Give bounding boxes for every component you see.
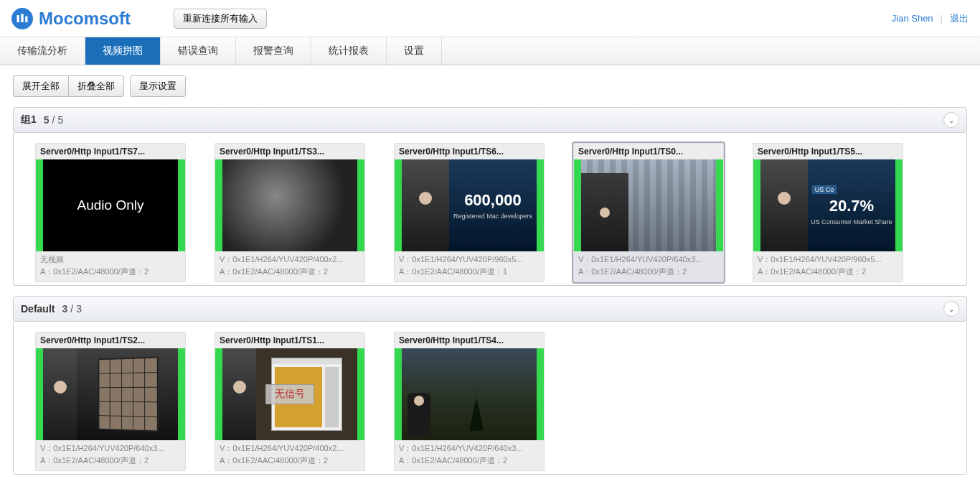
tile-preview[interactable]: 600,000Registered Mac developers [395,159,544,251]
audio-info-line: A：0x1E2/AAC/48000/声道：2 [758,266,898,278]
group-header[interactable]: Default3/3⌄ [13,296,967,322]
video-tile[interactable]: Server0/Http Input1/TS2...V：0x1E1/H264/Y… [35,332,186,471]
audio-info-line: A：0x1E2/AAC/48000/声道：2 [399,455,540,467]
video-info-line: V：0x1E1/H264/YUV420P/640x3... [399,442,540,455]
nav-tab[interactable]: 报警查询 [236,37,311,65]
tile-info: V：0x1E1/H264/YUV420P/960x5...A：0x1E2/AAC… [753,251,903,282]
audio-info-line: A：0x1E2/AAC/48000/声道：2 [40,455,181,467]
nav-tab[interactable]: 设置 [387,37,442,65]
tile-title: Server0/Http Input1/TS3... [215,144,364,159]
tile-preview[interactable] [215,159,364,251]
display-settings-button[interactable]: 显示设置 [130,75,186,97]
collapse-all-button[interactable]: 折叠全部 [68,75,124,97]
tile-info: 无视频A：0x1E2/AAC/48000/声道：2 [36,251,185,282]
video-group: 组15/5⌄Server0/Http Input1/TS7...Audio On… [13,107,967,286]
logo-icon [11,8,33,29]
video-group: Default3/3⌄Server0/Http Input1/TS2...V：0… [13,296,967,475]
audio-info-line: A：0x1E2/AAC/48000/声道：2 [578,266,719,278]
tile-info: V：0x1E1/H264/YUV420P/400x2...A：0x1E2/AAC… [215,440,364,470]
video-tile[interactable]: Server0/Http Input1/TS4...V：0x1E1/H264/Y… [394,332,545,471]
svg-rect-1 [21,14,23,22]
tile-info: V：0x1E1/H264/YUV420P/640x3...A：0x1E2/AAC… [36,440,185,470]
tile-preview[interactable]: 无信号 [215,348,364,440]
tile-title: Server0/Http Input1/TS2... [36,332,185,348]
group-title: Default [21,303,55,315]
toolbar: 展开全部 折叠全部 显示设置 [0,65,980,107]
tile-title: Server0/Http Input1/TS0... [574,144,723,159]
video-info-line: V：0x1E1/H264/YUV420P/960x5... [399,254,540,266]
reconnect-all-button[interactable]: 重新连接所有输入 [174,9,267,29]
tile-info: V：0x1E1/H264/YUV420P/960x5...A：0x1E2/AAC… [395,251,544,282]
audio-info-line: A：0x1E2/AAC/48000/声道：2 [220,455,360,467]
tile-preview[interactable] [574,159,723,251]
video-tile[interactable]: Server0/Http Input1/TS6...600,000Registe… [394,143,545,282]
app-header: Mocomsoft 重新连接所有输入 Jian Shen | 退出 [0,0,980,37]
tile-title: Server0/Http Input1/TS4... [395,332,544,348]
video-tile[interactable]: Server0/Http Input1/TS7...Audio Only无视频A… [35,143,186,282]
logo: Mocomsoft [11,8,131,29]
nav-tab[interactable]: 传输流分析 [0,37,85,65]
logout-link[interactable]: 退出 [950,12,969,25]
svg-rect-0 [17,15,19,22]
brand-name: Mocomsoft [39,9,131,29]
audio-info-line: A：0x1E2/AAC/48000/声道：2 [40,266,181,278]
groups-container: 组15/5⌄Server0/Http Input1/TS7...Audio On… [0,107,980,475]
video-info-line: V：0x1E1/H264/YUV420P/640x3... [40,442,181,455]
chevron-down-icon[interactable]: ⌄ [943,301,959,317]
no-signal-badge: 无信号 [265,384,314,404]
tile-title: Server0/Http Input1/TS7... [36,144,185,159]
group-count: 3/3 [62,303,81,315]
nav-tab[interactable]: 统计报表 [311,37,387,65]
chevron-down-icon[interactable]: ⌄ [943,112,959,128]
video-tile[interactable]: Server0/Http Input1/TS0...V：0x1E1/H264/Y… [573,143,724,282]
tile-info: V：0x1E1/H264/YUV420P/400x2...A：0x1E2/AAC… [215,251,364,282]
video-info-line: V：0x1E1/H264/YUV420P/400x2... [220,254,360,266]
nav-tab[interactable]: 错误查询 [161,37,236,65]
svg-rect-2 [25,16,27,22]
tile-info: V：0x1E1/H264/YUV420P/640x3...A：0x1E2/AAC… [574,251,723,282]
tile-preview[interactable]: Audio Only [36,159,185,251]
user-name[interactable]: Jian Shen [892,13,933,24]
expand-all-button[interactable]: 展开全部 [13,75,68,97]
video-tile[interactable]: Server0/Http Input1/TS5...US Co20.7%US C… [753,143,903,282]
video-info-line: 无视频 [40,254,181,266]
tile-preview[interactable] [395,348,544,440]
tile-preview[interactable]: US Co20.7%US Consumer Market Share [753,159,903,251]
video-tile[interactable]: Server0/Http Input1/TS3...V：0x1E1/H264/Y… [215,143,365,282]
tile-title: Server0/Http Input1/TS6... [395,144,544,159]
group-count: 5/5 [44,114,63,126]
group-title: 组1 [21,113,37,126]
main-nav: 传输流分析视频拼图错误查询报警查询统计报表设置 [0,37,980,65]
tile-info: V：0x1E1/H264/YUV420P/640x3...A：0x1E2/AAC… [395,440,544,470]
audio-info-line: A：0x1E2/AAC/48000/声道：1 [399,266,540,278]
audio-info-line: A：0x1E2/AAC/48000/声道：2 [220,266,360,278]
nav-tab[interactable]: 视频拼图 [85,37,161,65]
tile-title: Server0/Http Input1/TS5... [753,144,903,159]
video-info-line: V：0x1E1/H264/YUV420P/640x3... [578,254,719,266]
tile-title: Server0/Http Input1/TS1... [215,332,364,348]
video-info-line: V：0x1E1/H264/YUV420P/400x2... [220,442,360,455]
video-tile[interactable]: Server0/Http Input1/TS1...无信号V：0x1E1/H26… [215,332,365,471]
tile-preview[interactable] [36,348,185,440]
video-info-line: V：0x1E1/H264/YUV420P/960x5... [758,254,898,266]
group-header[interactable]: 组15/5⌄ [13,107,967,133]
